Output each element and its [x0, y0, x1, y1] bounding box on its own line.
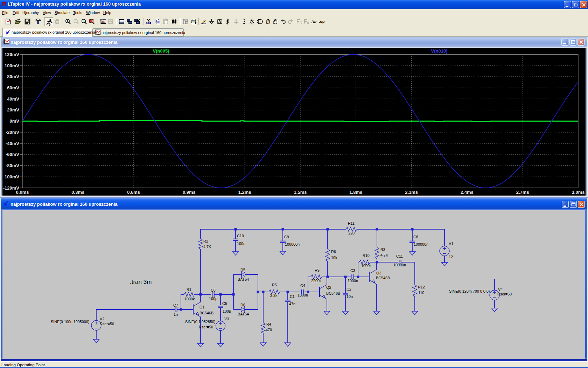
svg-text:2200k: 2200k	[311, 279, 322, 283]
svg-text:C6: C6	[211, 288, 216, 292]
svg-text:A: A	[218, 20, 221, 23]
svg-text:R6: R6	[331, 250, 336, 254]
svg-text:3.0ms: 3.0ms	[572, 190, 585, 195]
svg-text:20mV: 20mV	[7, 107, 19, 113]
svg-text:470: 470	[266, 328, 272, 332]
svg-text:1.5ms: 1.5ms	[294, 190, 307, 195]
svg-text:V2: V2	[100, 317, 104, 321]
svg-text:R2: R2	[203, 239, 208, 243]
svg-text:Rser=50: Rser=50	[497, 292, 512, 296]
svg-text:2.1ms: 2.1ms	[405, 190, 418, 195]
svg-text:2.4ms: 2.4ms	[461, 190, 474, 195]
svg-text:100n: 100n	[237, 241, 245, 246]
svg-text:-60mV: -60mV	[6, 152, 19, 157]
svg-text:80mV: 80mV	[7, 74, 19, 79]
svg-text:0.6ms: 0.6ms	[127, 190, 140, 195]
svg-text:10000n: 10000n	[393, 263, 406, 267]
svg-text:C9: C9	[284, 235, 289, 239]
svg-text:0.0ms: 0.0ms	[16, 190, 29, 195]
svg-text:12: 12	[449, 255, 453, 259]
svg-text:R10: R10	[363, 253, 370, 258]
svg-text:4.7K: 4.7K	[203, 245, 211, 249]
svg-text:220: 220	[348, 231, 355, 235]
svg-text:BC546B: BC546B	[200, 311, 214, 315]
svg-text:47n: 47n	[289, 302, 295, 306]
svg-text:1.8ms: 1.8ms	[349, 190, 362, 195]
svg-text:D6: D6	[240, 303, 245, 307]
svg-text:-80mV: -80mV	[6, 163, 19, 168]
svg-text:C5: C5	[222, 301, 227, 306]
svg-text:2.7ms: 2.7ms	[516, 190, 529, 195]
svg-text:100000n: 100000n	[414, 242, 428, 246]
svg-text:Q1: Q1	[200, 305, 204, 309]
svg-text:SINE(0 100u 1905000): SINE(0 100u 1905000)	[51, 320, 89, 324]
svg-text:1.2ms: 1.2ms	[238, 190, 251, 195]
svg-text:Q3: Q3	[376, 271, 381, 275]
svg-text:BC546B: BC546B	[376, 276, 390, 280]
svg-text:60mV: 60mV	[7, 85, 19, 90]
svg-text:120mV: 120mV	[5, 52, 19, 57]
svg-text:40mV: 40mV	[7, 96, 19, 102]
svg-text:0.3ms: 0.3ms	[71, 190, 84, 195]
svg-text:1000k: 1000k	[361, 264, 372, 268]
svg-text:0.9ms: 0.9ms	[183, 190, 196, 195]
svg-text:.op: .op	[319, 19, 325, 23]
svg-text:2.2k: 2.2k	[270, 293, 278, 298]
svg-text:SINE(0 1 952850): SINE(0 1 952850)	[185, 320, 215, 324]
svg-text:-100mV: -100mV	[3, 174, 20, 179]
svg-text:R3: R3	[380, 247, 385, 252]
svg-text:0mV: 0mV	[10, 118, 20, 124]
svg-text:10n: 10n	[346, 294, 353, 299]
svg-text:C3: C3	[350, 268, 355, 273]
svg-text:Rser=50: Rser=50	[100, 322, 114, 326]
svg-text:10k: 10k	[331, 255, 337, 260]
svg-text:-20mV: -20mV	[6, 130, 19, 135]
svg-text:C10: C10	[237, 234, 244, 238]
svg-text:1000k: 1000k	[184, 297, 195, 301]
svg-text:-40mV: -40mV	[6, 141, 19, 146]
svg-text:V(n010): V(n010)	[431, 48, 448, 54]
svg-text:C2: C2	[346, 287, 351, 291]
svg-text:D5: D5	[240, 268, 245, 272]
svg-text:V(n005): V(n005)	[153, 48, 169, 54]
svg-text:C11: C11	[396, 254, 403, 258]
svg-text:100mV: 100mV	[5, 63, 19, 68]
svg-text:R11: R11	[348, 221, 355, 225]
svg-text:Aa: Aa	[311, 19, 317, 24]
svg-text:Q2: Q2	[326, 285, 331, 289]
svg-text:4.7K: 4.7K	[380, 253, 388, 257]
svg-text:1000n: 1000n	[348, 279, 358, 283]
svg-text:BAT54: BAT54	[238, 277, 249, 281]
svg-text:BAT54: BAT54	[238, 312, 249, 316]
svg-text:100p: 100p	[209, 297, 217, 301]
svg-text:110: 110	[418, 291, 424, 295]
svg-text:100000n: 100000n	[285, 242, 300, 246]
svg-text:.tran 3m: .tran 3m	[130, 279, 152, 285]
svg-text:V3: V3	[224, 317, 229, 321]
svg-text:C8: C8	[413, 235, 418, 239]
svg-text:SINE(0 120m 700 0 0 0): SINE(0 120m 700 0 0 0)	[449, 289, 490, 293]
svg-text:C4: C4	[300, 284, 305, 288]
svg-text:1000n: 1000n	[298, 293, 308, 297]
svg-text:C7: C7	[173, 303, 178, 307]
svg-text:R5: R5	[272, 283, 277, 287]
svg-text:BC546B: BC546B	[326, 291, 340, 295]
svg-text:R9: R9	[315, 268, 320, 272]
svg-text:Rser=50: Rser=50	[199, 325, 213, 329]
svg-text:R12: R12	[418, 285, 425, 289]
svg-text:C1: C1	[290, 294, 295, 299]
svg-text:1n: 1n	[174, 312, 178, 316]
svg-text:R4: R4	[266, 322, 271, 326]
svg-text:R1: R1	[187, 287, 191, 292]
svg-text:100p: 100p	[223, 309, 231, 313]
svg-text:V1: V1	[449, 241, 453, 246]
svg-text:V4: V4	[498, 287, 503, 292]
